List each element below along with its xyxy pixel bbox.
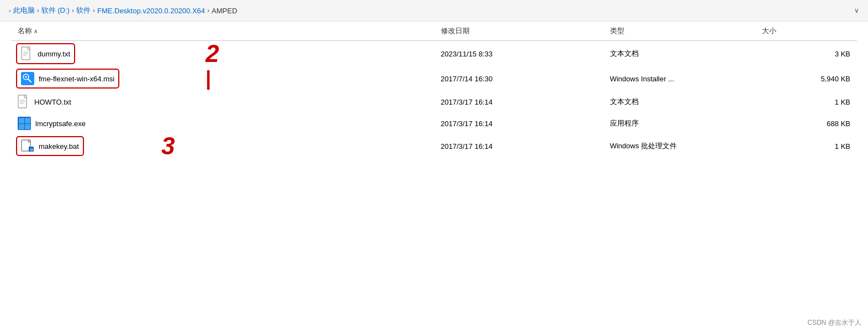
- svg-marker-20: [28, 140, 30, 142]
- file-name-cell[interactable]: ⚙ makekey.bat 3: [11, 134, 434, 158]
- file-name-label: makekey.bat: [39, 142, 79, 151]
- breadcrumb-icon: ›: [9, 7, 11, 14]
- svg-rect-16: [25, 118, 30, 123]
- svg-text:⚙: ⚙: [30, 148, 33, 152]
- breadcrumb-sep-2: ›: [72, 7, 74, 14]
- col-header-date[interactable]: 修改日期: [434, 22, 603, 41]
- file-date: 2017/7/14 16:30: [434, 66, 603, 91]
- svg-rect-18: [25, 124, 30, 129]
- svg-rect-15: [19, 118, 24, 123]
- breadcrumb-item-computer[interactable]: 此电脑: [13, 6, 35, 15]
- watermark: CSDN @吉水于人: [807, 318, 861, 328]
- table-header-row: 名称 修改日期 类型 大小: [11, 22, 857, 41]
- file-name-cell[interactable]: HOWTO.txt: [11, 91, 434, 113]
- file-type: 应用程序: [603, 113, 756, 134]
- breadcrumb-item-fme[interactable]: FME.Desktop.v2020.0.20200.X64: [97, 7, 205, 15]
- svg-point-7: [25, 76, 27, 78]
- file-size: 5,940 KB: [755, 66, 857, 91]
- col-header-size[interactable]: 大小: [755, 22, 857, 41]
- msi-icon: [21, 72, 34, 85]
- table-row[interactable]: dummy.txt 2 2023/11/15 8:33 文本文档 3 KB: [11, 41, 857, 67]
- file-date: 2017/3/17 16:14: [434, 91, 603, 113]
- breadcrumb-sep-1: ›: [37, 7, 39, 14]
- bat-icon: ⚙: [21, 139, 34, 153]
- file-type: Windows 批处理文件: [603, 134, 756, 158]
- file-type: 文本文档: [603, 41, 756, 67]
- breadcrumb-item-software[interactable]: 软件: [76, 6, 91, 15]
- breadcrumb-current: AMPED: [212, 7, 237, 15]
- txt-icon: [18, 95, 30, 109]
- file-type: Windows Installer ...: [603, 66, 756, 91]
- file-name-cell[interactable]: lmcryptsafe.exe: [11, 113, 434, 134]
- svg-marker-10: [24, 95, 27, 98]
- breadcrumb-item-drive[interactable]: 软件 (D:): [41, 6, 70, 15]
- file-size: 1 KB: [755, 134, 857, 158]
- table-row[interactable]: fme-flexnet-win-x64.msi | 2017/7/14 16:3…: [11, 66, 857, 91]
- annotation-number-3: 3: [161, 134, 175, 158]
- file-table: 名称 修改日期 类型 大小: [11, 22, 857, 158]
- svg-rect-5: [21, 72, 34, 85]
- svg-rect-17: [19, 124, 24, 129]
- file-size: 3 KB: [755, 41, 857, 67]
- file-name-label: lmcryptsafe.exe: [35, 120, 86, 128]
- file-date: 2023/11/15 8:33: [434, 41, 603, 67]
- file-name-label: HOWTO.txt: [34, 98, 71, 106]
- file-size: 1 KB: [755, 91, 857, 113]
- svg-marker-1: [28, 47, 30, 50]
- annotation-mark-1: |: [206, 69, 211, 89]
- table-row[interactable]: HOWTO.txt 2017/3/17 16:14 文本文档 1 KB: [11, 91, 857, 113]
- col-header-type[interactable]: 类型: [603, 22, 756, 41]
- file-name-label: fme-flexnet-win-x64.msi: [39, 75, 114, 83]
- file-date: 2017/3/17 16:14: [434, 134, 603, 158]
- txt-icon: [21, 46, 33, 61]
- file-date: 2017/3/17 16:14: [434, 113, 603, 134]
- breadcrumb: › 此电脑 › 软件 (D:) › 软件 › FME.Desktop.v2020…: [0, 0, 868, 22]
- file-name-label: dummy.txt: [38, 50, 70, 58]
- col-header-name[interactable]: 名称: [11, 22, 434, 41]
- table-row[interactable]: ⚙ makekey.bat 3 2017/3/17 16:14 Windows …: [11, 134, 857, 158]
- file-type: 文本文档: [603, 91, 756, 113]
- file-name-cell[interactable]: dummy.txt 2: [11, 41, 434, 67]
- breadcrumb-dropdown-arrow[interactable]: ∨: [854, 7, 859, 14]
- explorer-content: 名称 修改日期 类型 大小: [0, 22, 868, 158]
- annotation-number-2: 2: [206, 42, 219, 66]
- breadcrumb-sep-4: ›: [207, 7, 209, 14]
- exe-icon: [18, 117, 31, 130]
- table-row[interactable]: lmcryptsafe.exe 2017/3/17 16:14 应用程序 688…: [11, 113, 857, 134]
- file-size: 688 KB: [755, 113, 857, 134]
- breadcrumb-sep-3: ›: [93, 7, 95, 14]
- file-name-cell[interactable]: fme-flexnet-win-x64.msi |: [11, 66, 434, 91]
